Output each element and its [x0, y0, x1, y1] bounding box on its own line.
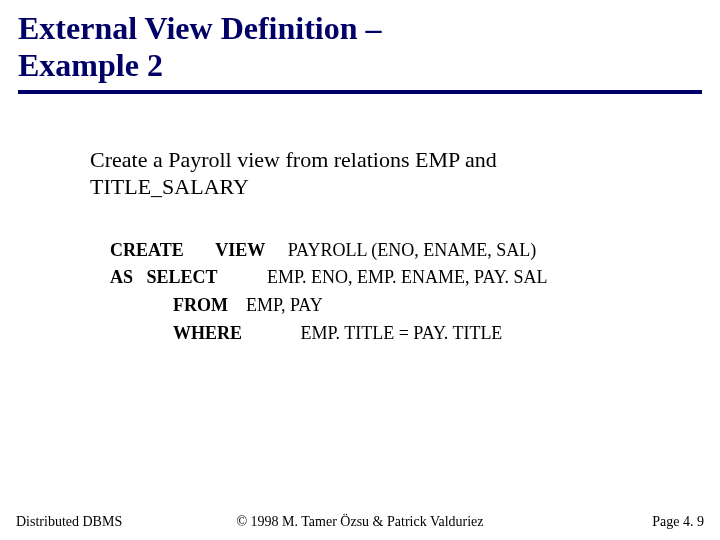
title-block: External View Definition – Example 2: [0, 0, 720, 94]
where-clause: EMP. TITLE = PAY. TITLE: [301, 323, 503, 343]
footer-center: © 1998 M. Tamer Özsu & Patrick Valduriez: [236, 514, 483, 530]
slide-title: External View Definition – Example 2: [18, 10, 702, 84]
kw-where: WHERE: [173, 323, 242, 343]
body-area: Create a Payroll view from relations EMP…: [0, 94, 720, 349]
view-name: PAYROLL (ENO, ENAME, SAL): [288, 240, 537, 260]
kw-from: FROM: [173, 295, 228, 315]
kw-view: VIEW: [215, 240, 265, 260]
slide-footer: Distributed DBMS © 1998 M. Tamer Özsu & …: [0, 514, 720, 530]
sql-block: CREATE VIEW PAYROLL (ENO, ENAME, SAL) AS…: [90, 237, 640, 349]
footer-left: Distributed DBMS: [16, 514, 122, 530]
footer-right: Page 4. 9: [652, 514, 704, 530]
kw-create: CREATE: [110, 240, 184, 260]
select-list: EMP. ENO, EMP. ENAME, PAY. SAL: [267, 267, 547, 287]
kw-select: SELECT: [147, 267, 218, 287]
title-line-2: Example 2: [18, 47, 163, 83]
kw-as: AS: [110, 267, 133, 287]
from-list: EMP, PAY: [246, 295, 323, 315]
title-line-1: External View Definition –: [18, 10, 382, 46]
intro-text: Create a Payroll view from relations EMP…: [90, 146, 640, 201]
